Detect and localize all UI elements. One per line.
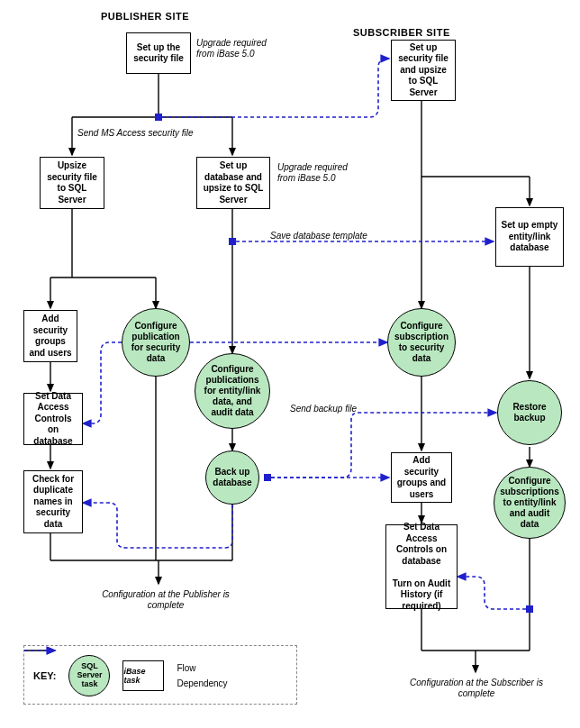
box-add-security-groups-sub: Add security groups and users xyxy=(391,452,452,503)
svg-rect-32 xyxy=(526,605,533,613)
box-sub-setup-db: Set up empty entity/link database xyxy=(495,207,564,267)
key-dep-line xyxy=(24,646,60,655)
key-title: KEY: xyxy=(33,670,56,681)
circle-cfg-pub-entity: Configure publications for entity/link d… xyxy=(195,353,270,429)
key-flow-label: Flow xyxy=(177,663,195,673)
box-set-dac-sub: Set Data Access Controls on database Tur… xyxy=(385,524,458,609)
note-send-security: Send MS Access security file xyxy=(77,128,194,139)
note-sub-complete: Configuration at the Subscriber is compl… xyxy=(400,678,553,699)
note-send-backup: Send backup file xyxy=(290,404,357,414)
circle-restore-backup: Restore backup xyxy=(497,380,562,445)
key-legend: KEY: SQL Server task iBase task Flow Dep… xyxy=(23,645,297,705)
box-sub-setup-security: Set up security file and upsize to SQL S… xyxy=(391,40,456,101)
note-upgrade1: Upgrade required from iBase 5.0 xyxy=(196,38,286,59)
circle-cfg-sub-entity: Configure subscriptions to entity/link a… xyxy=(494,467,566,539)
circle-cfg-sub-security: Configure subscription to security data xyxy=(387,308,456,377)
note-pub-complete: Configuration at the Publisher is comple… xyxy=(85,589,247,611)
key-dep-label: Dependency xyxy=(177,678,227,688)
note-upgrade2: Upgrade required from iBase 5.0 xyxy=(277,162,367,184)
circle-backup-db: Back up database xyxy=(205,450,259,505)
box-add-security-groups-pub: Add security groups and users xyxy=(23,310,77,362)
box-setup-db-upsize: Set up database and upsize to SQL Server xyxy=(196,157,270,209)
box-upsize-security: Upsize security file to SQL Server xyxy=(40,157,104,209)
box-set-dac-pub: Set Data Access Controls on database xyxy=(23,393,83,445)
svg-rect-31 xyxy=(264,474,271,481)
svg-rect-29 xyxy=(155,114,162,121)
connector-layer xyxy=(0,0,580,728)
subscriber-site-header: SUBSCRIBER SITE xyxy=(353,27,450,38)
circle-cfg-pub-security: Configure publication for security data xyxy=(122,308,190,377)
box-check-dup: Check for duplicate names in security da… xyxy=(23,470,83,533)
svg-rect-30 xyxy=(229,238,236,245)
box-setup-security-file: Set up the security file xyxy=(126,32,191,74)
key-sql-task-icon: SQL Server task xyxy=(68,655,110,696)
publisher-site-header: PUBLISHER SITE xyxy=(101,11,189,22)
key-ibase-task-icon: iBase task xyxy=(122,660,164,691)
note-save-template: Save database template xyxy=(270,231,367,241)
diagram-canvas: PUBLISHER SITE SUBSCRIBER SITE Set up th… xyxy=(0,0,580,728)
